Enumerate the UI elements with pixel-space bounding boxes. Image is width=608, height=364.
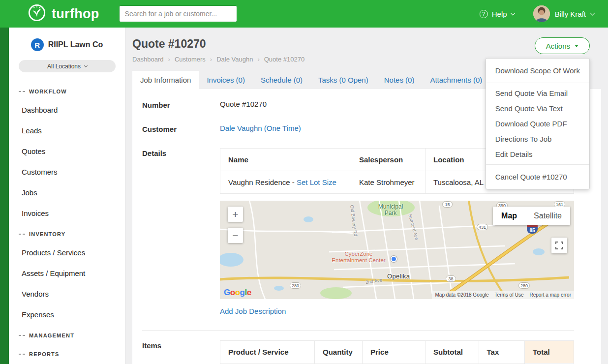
actions-menu: Download Scope Of Work Send Quote Via Em… (486, 58, 590, 189)
company-logo: R (31, 38, 44, 51)
details-cell-name: Vaughn Residence - Set Lot Size (220, 171, 351, 194)
menu-item-cancel-quote[interactable]: Cancel Quote #10270 (486, 167, 589, 186)
actions-button[interactable]: Actions (535, 37, 590, 54)
sidebar: R RIIPL Lawn Co All Locations WORKFLOW D… (9, 28, 125, 364)
customer-label: Customer (142, 124, 220, 133)
items-header-subtotal: Subtotal (426, 341, 479, 364)
brand-logo[interactable]: turfhop (28, 3, 99, 24)
number-label: Number (142, 100, 220, 109)
map-marker (391, 256, 397, 262)
set-lot-size-link[interactable]: Set Lot Size (297, 178, 336, 186)
map-data-credit: Map data ©2018 Google (435, 292, 488, 298)
nav-section-management: MANAGEMENT (9, 325, 125, 344)
sidebar-item-customers[interactable]: Customers (9, 162, 125, 182)
company-header: R RIIPL Lawn Co (9, 28, 125, 57)
menu-item-send-quote-email[interactable]: Send Quote Via Email (486, 86, 589, 101)
left-accent-strip (0, 28, 9, 364)
items-header-total: Total (525, 341, 574, 364)
menu-item-download-scope[interactable]: Download Scope Of Work (486, 61, 589, 80)
sidebar-nav: WORKFLOW Dashboard Leads Quotes Customer… (9, 81, 125, 363)
tab-tasks[interactable]: Tasks (0 Open) (310, 71, 376, 89)
menu-divider (486, 164, 589, 165)
satellite-view-button[interactable]: Satellite (525, 207, 570, 225)
nav-section-label: INVENTORY (29, 230, 65, 238)
zoom-out-button[interactable]: − (228, 228, 243, 243)
breadcrumb-current: Quote #10270 (264, 56, 304, 63)
items-header-price: Price (363, 341, 426, 364)
sidebar-item-leads[interactable]: Leads (9, 121, 125, 141)
nav-section-label: REPORTS (29, 350, 60, 358)
user-menu[interactable]: Billy Kraft (533, 5, 594, 22)
google-logo[interactable]: Google (224, 288, 251, 298)
zoom-in-button[interactable]: + (228, 207, 243, 222)
nav-section-label: WORKFLOW (29, 88, 67, 95)
section-dashes-icon (19, 91, 25, 92)
map-type-toggle: Map Satellite (493, 207, 570, 225)
add-job-description-link[interactable]: Add Job Description (220, 299, 286, 322)
help-menu[interactable]: ? Help (480, 10, 515, 18)
user-name: Billy Kraft (555, 10, 586, 18)
map-view-button[interactable]: Map (493, 207, 525, 225)
items-header-quantity: Quantity (314, 341, 362, 364)
tab-attachments[interactable]: Attachments (0) (422, 71, 490, 89)
main-content: Quote #10270 Dashboard Customers Dale Va… (125, 28, 608, 364)
breadcrumb-customer[interactable]: Dale Vaughn (216, 56, 264, 63)
menu-item-edit-details[interactable]: Edit Details (486, 147, 589, 162)
sidebar-item-quotes[interactable]: Quotes (9, 141, 125, 162)
menu-item-send-quote-text[interactable]: Send Quote Via Text (486, 101, 589, 116)
items-label: Items (142, 340, 220, 364)
sidebar-item-expenses[interactable]: Expenses (9, 304, 125, 325)
details-header-salesperson: Salesperson (351, 149, 426, 171)
search-input[interactable] (119, 5, 237, 22)
breadcrumb-customers[interactable]: Customers (175, 56, 216, 63)
menu-item-download-quote-pdf[interactable]: Download Quote PDF (486, 116, 589, 131)
tab-notes[interactable]: Notes (0) (376, 71, 423, 89)
chevron-down-icon (84, 64, 88, 67)
section-dashes-icon (19, 354, 25, 355)
brand-name: turfhop (52, 6, 99, 22)
sidebar-item-invoices[interactable]: Invoices (9, 203, 125, 224)
actions-label: Actions (546, 42, 570, 50)
company-name: RIIPL Lawn Co (48, 40, 103, 49)
caret-down-icon (575, 45, 578, 47)
map-zoom-controls: + − (228, 207, 243, 243)
sidebar-item-dashboard[interactable]: Dashboard (9, 100, 125, 121)
locations-label: All Locations (47, 63, 81, 70)
sidebar-item-assets-equipment[interactable]: Assets / Equipment (9, 263, 125, 284)
menu-item-directions-to-job[interactable]: Directions To Job (486, 131, 589, 147)
sidebar-item-jobs[interactable]: Jobs (9, 182, 125, 203)
help-icon: ? (480, 10, 488, 18)
tab-schedule[interactable]: Schedule (0) (253, 71, 310, 89)
tab-invoices[interactable]: Invoices (0) (199, 71, 253, 89)
map[interactable]: Municipal Park CyberZone Entertainment C… (220, 201, 574, 299)
chevron-down-icon (510, 10, 515, 15)
sidebar-item-vendors[interactable]: Vendors (9, 284, 125, 304)
menu-divider (486, 83, 589, 83)
details-header-name: Name (220, 149, 351, 171)
terms-of-use-link[interactable]: Terms of Use (495, 292, 524, 298)
report-map-error-link[interactable]: Report a map error (530, 292, 571, 298)
avatar (533, 5, 550, 22)
items-header-product-service: Product / Service (220, 341, 315, 364)
customer-link[interactable]: Dale Vaughn (One Time) (220, 124, 301, 132)
fullscreen-button[interactable] (551, 238, 567, 253)
items-table: Product / Service Quantity Price Subtota… (220, 340, 574, 364)
sidebar-item-products-services[interactable]: Products / Services (9, 243, 125, 263)
fullscreen-icon (555, 242, 563, 249)
section-dashes-icon (19, 234, 25, 235)
nav-section-inventory: INVENTORY (9, 224, 125, 243)
nav-section-label: MANAGEMENT (29, 332, 74, 339)
nav-section-reports: REPORTS (9, 344, 125, 363)
items-row: Items Product / Service Quantity Price S… (142, 333, 574, 364)
section-dashes-icon (19, 335, 25, 336)
nav-section-workflow: WORKFLOW (9, 81, 125, 100)
turfhop-logo-icon (28, 3, 46, 24)
map-attribution: Map data ©2018 Google Terms of Use Repor… (432, 291, 574, 299)
locations-selector[interactable]: All Locations (19, 60, 116, 72)
topbar: turfhop ? Help Billy Kraft (0, 0, 608, 28)
tab-job-information[interactable]: Job Information (132, 71, 199, 89)
details-cell-salesperson: Kate Strohmeyer (351, 171, 426, 194)
section-divider (142, 330, 574, 331)
breadcrumb-dashboard[interactable]: Dashboard (132, 56, 175, 63)
help-label: Help (492, 10, 507, 18)
